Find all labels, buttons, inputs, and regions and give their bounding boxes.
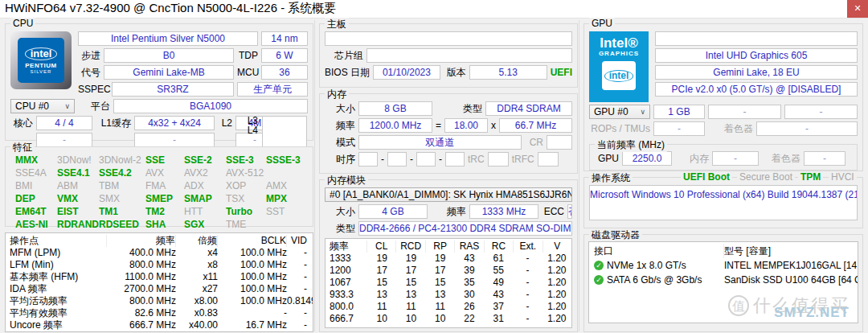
features-section-title: 特征	[10, 141, 35, 154]
chipset-field	[366, 48, 572, 63]
table-row: 933.31313133043-1.20	[326, 289, 571, 301]
memory-baseclock-field: 66.7 MHz	[499, 118, 572, 133]
gpu-arch-field: Gemini Lake, 18 EU	[655, 65, 858, 80]
sspec-field: SR3RZ	[112, 82, 234, 97]
close-button[interactable]: ✕	[847, 0, 868, 18]
window-titlebar: HWiNFO64 v7.32-4900 @ CncTion N5000-4L-I…	[0, 0, 868, 18]
platform-field: BGA1090	[113, 99, 308, 113]
gpu-vendor-field	[655, 31, 858, 46]
column-header: 接口	[589, 244, 724, 258]
multiply-sign: x	[491, 120, 496, 131]
pentium-text: PENTIUM	[25, 62, 57, 69]
memory-module-groupbox: 内存模块 #0 [A1_BANK0/A1_DIMM0]: SK Hynix HM…	[319, 179, 578, 332]
gpu-mem-freq-label: 内存	[675, 152, 709, 166]
table-cell: x40.00	[176, 319, 218, 331]
cpu-feature-flag: SST	[266, 206, 308, 218]
prod-unit-field: 生产单元	[237, 82, 308, 97]
cores-alt-field: -	[36, 133, 92, 147]
cpu-feature-flag	[266, 219, 308, 231]
memory-groupbox: 内存 大小 8 GB 类型 DDR4 SDRAM 频率 1200.0 MHz =…	[319, 93, 578, 174]
table-cell: 13	[367, 289, 396, 301]
bios-date-field: 01/10/2023	[373, 65, 440, 80]
cpu-feature-flag: MPX	[266, 193, 308, 205]
table-cell: 666.7 MHz	[107, 319, 176, 331]
cores-label: 核心	[10, 117, 33, 130]
ecc-label: ECC	[542, 206, 564, 217]
cpu-process-field: 14 nm	[261, 31, 308, 46]
cpu-selector[interactable]: CPU #0∨	[10, 99, 75, 113]
cpu-feature-flag: HTT	[184, 206, 226, 218]
module-freq-field: 1333 MHz	[469, 204, 538, 219]
column-header: Ext.	[514, 240, 542, 253]
watermark-circle: 值	[728, 295, 749, 316]
table-cell: 1100.0 MHz	[107, 271, 176, 283]
motherboard-section-title: 主板	[325, 18, 349, 31]
table-cell: 平均有效频率	[6, 307, 107, 319]
table-cell: 基本频率 (HFM)	[6, 271, 107, 283]
table-cell: LFM (Min)	[6, 259, 107, 271]
cpu-feature-flag: DEP	[15, 193, 57, 205]
column-divider	[314, 20, 315, 331]
gpu-selector[interactable]: GPU #0∨	[589, 105, 650, 119]
table-cell: 1.20	[542, 313, 571, 325]
intel-oval-logo: intel	[602, 61, 636, 90]
table-cell: 16.7 MHz	[218, 319, 287, 331]
tdp-label: TDP	[237, 50, 258, 61]
cpu-feature-flag: SGX	[184, 219, 226, 231]
graphics-text: GRAPHICS	[599, 50, 639, 57]
table-cell: 35	[455, 277, 484, 289]
summary-window-body: CPU intel PENTIUM SILVER Intel Pentium S…	[0, 18, 868, 333]
gpu-mem-freq-field: -	[712, 151, 759, 166]
table-cell: 1200	[326, 265, 367, 277]
hvci-flag: HVCI	[829, 171, 857, 183]
cpu-feature-flag: 3DNowl-2	[99, 154, 145, 166]
drives-section-title: 磁盘驱动器	[589, 228, 642, 242]
table-row: IDA 频率2700.0 MHzx27100.0 MHz-	[6, 283, 313, 295]
memory-module-selector[interactable]: #0 [A1_BANK0/A1_DIMM0]: SK Hynix HMA851S…	[325, 187, 572, 202]
cpu-feature-flag: MMX	[15, 154, 57, 166]
memory-timings-header: 频率 CL RCD RP RAS RC Ext. V	[326, 240, 571, 253]
cpu-feature-flag: VMX	[57, 193, 99, 205]
bios-version-field: 5.13	[469, 65, 547, 80]
table-cell: 666.7	[326, 313, 367, 325]
status-ok-icon: ✓	[594, 261, 604, 270]
table-row: 12001717173955-1.20	[326, 265, 571, 277]
bios-version-label: 版本	[444, 66, 466, 80]
table-cell: 31	[484, 313, 513, 325]
equals-sign: =	[436, 120, 441, 131]
intel-oval-text: intel	[604, 70, 634, 82]
table-row: MFM (LPM)400.0 MHzx4100.0 MHz-	[6, 247, 313, 259]
cores-field: 4 / 4	[36, 116, 92, 130]
status-ok-icon: ✓	[594, 275, 604, 285]
table-cell: -	[513, 265, 542, 277]
gpu-extra-field: -	[784, 105, 858, 119]
column-header: 倍频	[176, 235, 218, 247]
table-cell: 100.0 MHz	[218, 247, 287, 259]
table-cell: 1.20	[542, 277, 571, 289]
cpu-feature-flag: SMEP	[145, 193, 184, 205]
drives-rows: ✓NVMe 1x 8.0 GT/sINTEL MEMPEK1J016GAL [1…	[589, 258, 858, 287]
table-cell: -	[287, 307, 313, 319]
table-cell: -	[513, 277, 542, 289]
memory-module-selector-value: #0 [A1_BANK0/A1_DIMM0]: SK Hynix HMA851S…	[330, 188, 572, 201]
module-type-label: 类型	[325, 222, 355, 236]
timing-field	[387, 152, 407, 166]
l1-cache-label: L1缓存	[96, 117, 131, 130]
gpu-current-freq-groupbox: 当前频率 (MHz) GPU 2250.0 内存 - 着色器 -	[589, 144, 858, 171]
column-header: RCD	[396, 240, 425, 253]
column-divider	[579, 20, 579, 331]
stepping-label: 步进	[78, 49, 100, 63]
tdp-field: 6 W	[261, 48, 308, 63]
table-cell: 933.3	[326, 289, 367, 301]
cpu-section-title: CPU	[10, 18, 35, 29]
table-cell: 26	[455, 301, 484, 313]
cpu-feature-flag: SSE4.2	[99, 167, 145, 179]
table-cell: -	[287, 319, 313, 331]
gpu-vram-field: 1 GB	[653, 105, 705, 119]
column-header: V	[543, 240, 571, 253]
column-header: VID	[287, 235, 313, 247]
timing-field	[416, 152, 436, 166]
platform-label: 平台	[78, 100, 110, 113]
trfc-field	[538, 152, 559, 166]
table-cell: 10	[367, 313, 396, 325]
